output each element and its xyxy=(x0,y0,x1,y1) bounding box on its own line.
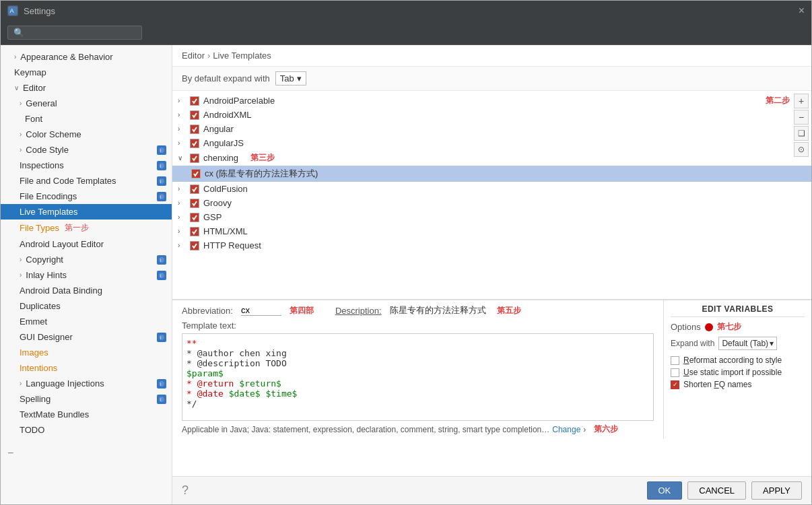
sidebar-item-inspections[interactable]: Inspections i xyxy=(1,158,172,173)
sidebar-item-file-encodings[interactable]: File Encodings i xyxy=(1,189,172,204)
group-arrow-icon: › xyxy=(178,199,186,207)
sidebar-item-images[interactable]: Images xyxy=(1,345,172,360)
sidebar-label-intentions: Intentions xyxy=(20,363,57,373)
checkbox-coldfusion[interactable] xyxy=(190,184,199,194)
sidebar-item-code-style[interactable]: › Code Style i xyxy=(1,142,172,158)
copy-button[interactable]: ❑ xyxy=(794,126,809,141)
sidebar-item-color-scheme[interactable]: › Color Scheme xyxy=(1,127,172,142)
sidebar-item-inlay-hints[interactable]: › Inlay Hints i xyxy=(1,267,172,283)
sidebar-label-keymap: Keymap xyxy=(14,67,46,77)
template-group-angularjs[interactable]: › AngularJS xyxy=(172,136,811,150)
checkbox-shorten-fq-input[interactable] xyxy=(671,380,679,389)
sidebar-item-editor[interactable]: ∨ Editor xyxy=(1,80,172,96)
sidebar-item-android-layout-editor[interactable]: Android Layout Editor xyxy=(1,236,172,252)
sidebar-item-intentions[interactable]: Intentions xyxy=(1,360,172,376)
remove-button[interactable]: − xyxy=(794,110,809,125)
template-group-androidparcelable[interactable]: › AndroidParcelable xyxy=(172,94,811,108)
sidebar-label-live-templates: Live Templates xyxy=(20,207,77,217)
sidebar-item-keymap[interactable]: Keymap xyxy=(1,65,172,80)
cancel-button[interactable]: CANCEL xyxy=(687,481,746,500)
sidebar: › Appearance & Behavior Keymap ∨ Editor … xyxy=(1,45,172,504)
expand-select-arrow: ▾ xyxy=(297,73,302,83)
step6-label: 第六步 xyxy=(594,424,618,435)
sidebar-item-spelling[interactable]: Spelling i xyxy=(1,391,172,407)
template-group-coldfusion[interactable]: › ColdFusion xyxy=(172,182,811,196)
sidebar-item-language-injections[interactable]: › Language Injections i xyxy=(1,376,172,391)
checkbox-reformat-input[interactable] xyxy=(671,356,679,365)
breadcrumb-sep: › xyxy=(207,50,210,61)
sidebar-item-textmate-bundles[interactable]: TextMate Bundles xyxy=(1,407,172,422)
expand-select[interactable]: Tab ▾ xyxy=(275,71,306,86)
sidebar-label-file-types: File Types xyxy=(20,223,59,233)
side-buttons: + − ❑ ⊙ xyxy=(794,94,809,157)
sidebar-item-font[interactable]: Font xyxy=(1,111,172,127)
sidebar-item-todo[interactable]: TODO xyxy=(1,422,172,438)
red-dot-icon xyxy=(705,323,713,331)
group-arrow-icon: › xyxy=(178,213,186,221)
template-group-angular[interactable]: › Angular xyxy=(172,122,811,136)
template-group-gsp[interactable]: › GSP xyxy=(172,210,811,224)
checkbox-htmlxml[interactable] xyxy=(190,227,199,236)
help-button[interactable]: ? xyxy=(182,483,189,498)
sidebar-item-copyright[interactable]: › Copyright i xyxy=(1,252,172,267)
add-button[interactable]: + xyxy=(794,94,809,108)
expand-with-select[interactable]: Default (Tab) ▾ xyxy=(718,337,777,350)
group-arrow-icon: › xyxy=(178,139,186,147)
template-item-cx[interactable]: cx (陈星专有的方法注释方式) xyxy=(172,166,811,182)
sidebar-minus-button[interactable]: − xyxy=(7,447,13,459)
group-label-angular: Angular xyxy=(203,124,234,134)
ok-button[interactable]: OK xyxy=(647,481,683,500)
checkbox-chenxing[interactable] xyxy=(190,154,199,163)
footer: ? OK CANCEL APPLY xyxy=(172,476,811,504)
badge-icon: i xyxy=(157,145,166,155)
arrow-icon: › xyxy=(20,256,22,263)
sidebar-label-duplicates: Duplicates xyxy=(20,301,61,311)
checkbox-angular[interactable] xyxy=(190,125,199,134)
template-group-htmlxml[interactable]: › HTML/XML xyxy=(172,224,811,238)
checkbox-httprequest[interactable] xyxy=(190,241,199,250)
sidebar-item-emmet[interactable]: Emmet xyxy=(1,314,172,329)
template-group-groovy[interactable]: › Groovy xyxy=(172,196,811,210)
arrow-icon: › xyxy=(20,100,22,107)
expand-select-value: Tab xyxy=(280,73,294,83)
options-label: Options xyxy=(671,322,701,332)
sidebar-item-file-types[interactable]: File Types 第一步 xyxy=(1,220,172,236)
checkbox-static-import-input[interactable] xyxy=(671,368,679,377)
sidebar-item-android-data-binding[interactable]: Android Data Binding xyxy=(1,283,172,298)
checkbox-cx[interactable] xyxy=(191,169,201,178)
templates-area: 第二步 第二步 › AndroidParce xyxy=(172,91,811,476)
sidebar-label-code-style: Code Style xyxy=(26,145,69,155)
group-arrow-icon: › xyxy=(178,185,186,193)
sidebar-item-gui-designer[interactable]: GUI Designer i xyxy=(1,329,172,345)
apply-button[interactable]: APPLY xyxy=(751,481,802,500)
applicable-link[interactable]: Change xyxy=(552,425,580,434)
sidebar-item-general[interactable]: › General xyxy=(1,96,172,111)
checkbox-groovy[interactable] xyxy=(190,199,199,208)
window-title: Settings xyxy=(24,6,799,16)
breadcrumb: Editor › Live Templates xyxy=(172,45,811,67)
group-label-htmlxml: HTML/XML xyxy=(203,226,248,236)
search-input[interactable] xyxy=(7,26,142,40)
template-text-box[interactable]: ** * @author chen xing * @description TO… xyxy=(182,333,654,421)
settings-window: A Settings × › Appearance & Behavior Key… xyxy=(0,0,812,505)
description-value: 陈星专有的方法注释方式 xyxy=(390,304,486,316)
checkbox-angularjs[interactable] xyxy=(190,139,199,148)
template-group-httprequest[interactable]: › HTTP Request xyxy=(172,238,811,252)
checkbox-gsp[interactable] xyxy=(190,213,199,222)
checkbox-androidxml[interactable] xyxy=(190,110,199,120)
main-content: › Appearance & Behavior Keymap ∨ Editor … xyxy=(1,21,811,504)
sidebar-item-appearance[interactable]: › Appearance & Behavior xyxy=(1,49,172,65)
sidebar-item-duplicates[interactable]: Duplicates xyxy=(1,298,172,314)
sidebar-item-live-templates[interactable]: Live Templates xyxy=(1,204,172,220)
template-group-chenxing[interactable]: ∨ chenxing 第三步 xyxy=(172,150,811,166)
checkbox-androidparcelable[interactable] xyxy=(190,96,199,106)
options-row: Options 第七步 xyxy=(671,321,805,333)
template-group-androidxml[interactable]: › AndroidXML xyxy=(172,108,811,122)
group-label-angularjs: AngularJS xyxy=(203,138,244,148)
close-button[interactable]: × xyxy=(799,5,805,17)
move-button[interactable]: ⊙ xyxy=(794,142,809,157)
step7-label: 第七步 xyxy=(717,321,741,333)
checkbox-static-import-label: Use static import if possible xyxy=(683,368,782,377)
abbreviation-input[interactable] xyxy=(241,305,281,316)
sidebar-item-file-code-templates[interactable]: File and Code Templates i xyxy=(1,173,172,189)
